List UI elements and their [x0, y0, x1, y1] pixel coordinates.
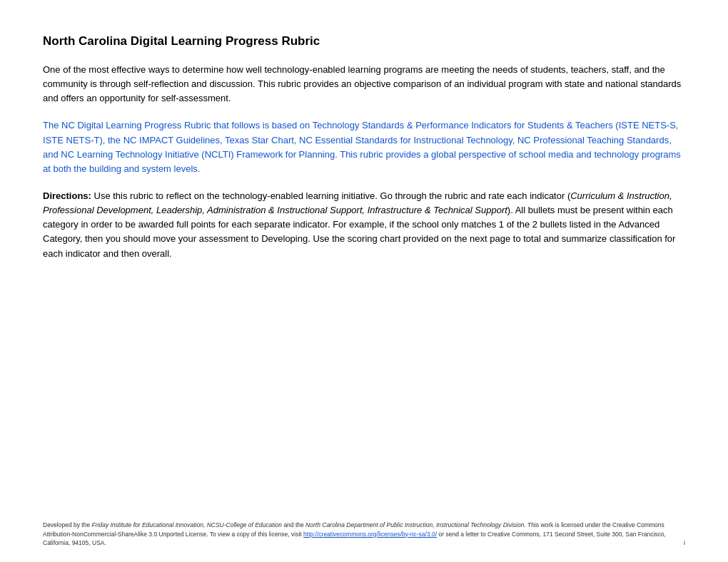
footer-link[interactable]: http://creativecommons.org/licenses/by-n…	[303, 531, 437, 538]
directions-label: Directions:	[43, 190, 91, 201]
footer-italic1: Friday Institute for Educational Innovat…	[92, 521, 282, 528]
highlighted-paragraph: The NC Digital Learning Progress Rubric …	[43, 118, 685, 176]
footer-page-number: i	[684, 538, 685, 548]
intro-paragraph: One of the most effective ways to determ…	[43, 63, 685, 106]
directions-paragraph: Directions: Use this rubric to reflect o…	[43, 189, 685, 261]
page-title: North Carolina Digital Learning Progress…	[43, 34, 685, 48]
directions-intro: Use this rubric to reflect on the techno…	[91, 190, 570, 201]
footer-italic2: North Carolina Department of Public Inst…	[305, 521, 524, 528]
footer-text: Developed by the Friday Institute for Ed…	[43, 521, 677, 548]
footer: Developed by the Friday Institute for Ed…	[43, 521, 685, 548]
page-container: North Carolina Digital Learning Progress…	[0, 0, 728, 562]
footer-part2: and the	[282, 521, 305, 528]
footer-part1: Developed by the	[43, 521, 92, 528]
